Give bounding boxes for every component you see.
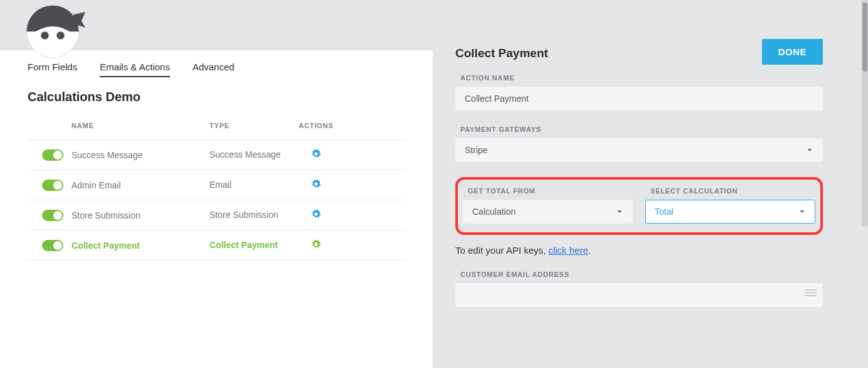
right-panel: DONE Collect Payment ACTION NAME PAYMENT… xyxy=(433,0,845,368)
gear-icon xyxy=(311,239,321,249)
row-name: Collect Payment xyxy=(71,241,209,251)
select-calculation-select[interactable] xyxy=(645,200,815,224)
customer-email-label: CUSTOMER EMAIL ADDRESS xyxy=(460,271,823,278)
scrollbar-thumb[interactable] xyxy=(862,3,867,72)
row-settings-button[interactable] xyxy=(291,209,341,221)
api-keys-link[interactable]: click here xyxy=(548,245,588,256)
gear-icon xyxy=(311,149,321,159)
api-note: To edit your API keys, click here. xyxy=(455,245,823,256)
ninja-logo-icon xyxy=(20,0,85,60)
api-note-suffix: . xyxy=(588,245,591,256)
svg-point-2 xyxy=(56,31,64,39)
actions-table: NAME TYPE ACTIONS Success Message Succes… xyxy=(28,116,405,261)
row-type: Success Message xyxy=(209,149,285,161)
col-header-type: TYPE xyxy=(209,122,291,129)
col-header-actions: ACTIONS xyxy=(291,122,341,129)
highlight-box: GET TOTAL FROM SELECT CALCULATION xyxy=(455,177,823,235)
table-row: Collect Payment Collect Payment xyxy=(28,230,405,260)
tab-emails-actions[interactable]: Emails & Actions xyxy=(100,62,170,77)
row-toggle[interactable] xyxy=(42,210,63,221)
row-toggle[interactable] xyxy=(42,240,63,251)
customer-email-input[interactable] xyxy=(455,283,823,307)
row-settings-button[interactable] xyxy=(291,179,341,191)
gear-icon xyxy=(311,179,321,189)
svg-point-1 xyxy=(41,31,48,39)
action-name-label: ACTION NAME xyxy=(460,74,823,82)
row-name: Admin Email xyxy=(71,180,209,190)
get-total-from-label: GET TOTAL FROM xyxy=(468,187,633,195)
table-row: Admin Email Email xyxy=(28,170,405,200)
gear-icon xyxy=(311,209,321,219)
row-settings-button[interactable] xyxy=(291,149,341,161)
action-name-input[interactable] xyxy=(455,87,823,111)
payment-gateways-select[interactable] xyxy=(455,138,823,162)
row-toggle[interactable] xyxy=(42,149,63,161)
row-toggle[interactable] xyxy=(42,180,63,191)
api-note-prefix: To edit your API keys, xyxy=(455,245,548,256)
tab-form-fields[interactable]: Form Fields xyxy=(28,62,77,77)
table-row: Store Submission Store Submission xyxy=(28,200,405,230)
payment-gateways-label: PAYMENT GATEWAYS xyxy=(460,126,823,133)
select-calculation-label: SELECT CALCULATION xyxy=(650,187,815,195)
table-header: NAME TYPE ACTIONS xyxy=(28,116,405,139)
row-type: Store Submission xyxy=(209,209,285,221)
left-panel: Form Fields Emails & Actions Advanced Ca… xyxy=(0,0,433,368)
row-settings-button[interactable] xyxy=(291,239,341,251)
tab-advanced[interactable]: Advanced xyxy=(193,62,235,77)
table-row: Success Message Success Message xyxy=(28,139,405,170)
logo-area xyxy=(0,0,433,50)
get-total-from-select[interactable] xyxy=(463,200,633,224)
done-button[interactable]: DONE xyxy=(762,39,823,65)
row-name: Success Message xyxy=(71,150,209,160)
scrollbar[interactable] xyxy=(862,0,868,226)
row-type: Email xyxy=(209,179,285,191)
col-header-name: NAME xyxy=(71,122,209,129)
row-type: Collect Payment xyxy=(209,239,285,251)
page-title: Calculations Demo xyxy=(0,81,433,116)
row-name: Store Submission xyxy=(71,210,209,220)
